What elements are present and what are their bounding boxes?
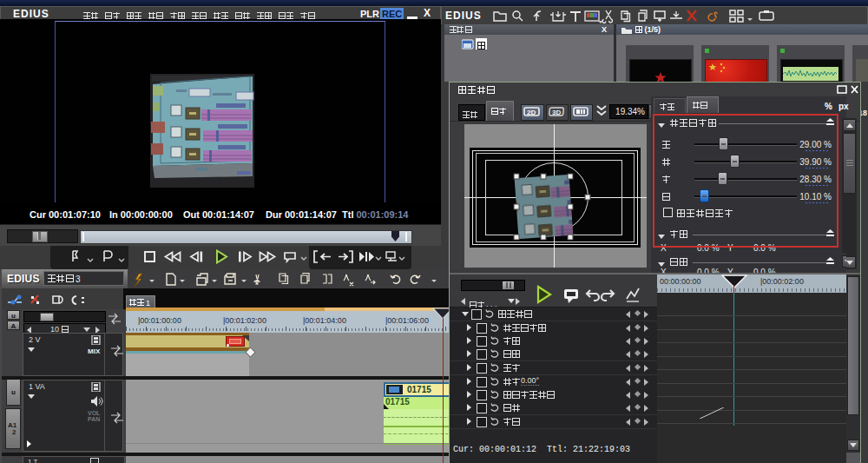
svg-text:2D: 2D bbox=[527, 109, 536, 116]
svg-text:3D: 3D bbox=[552, 109, 561, 116]
